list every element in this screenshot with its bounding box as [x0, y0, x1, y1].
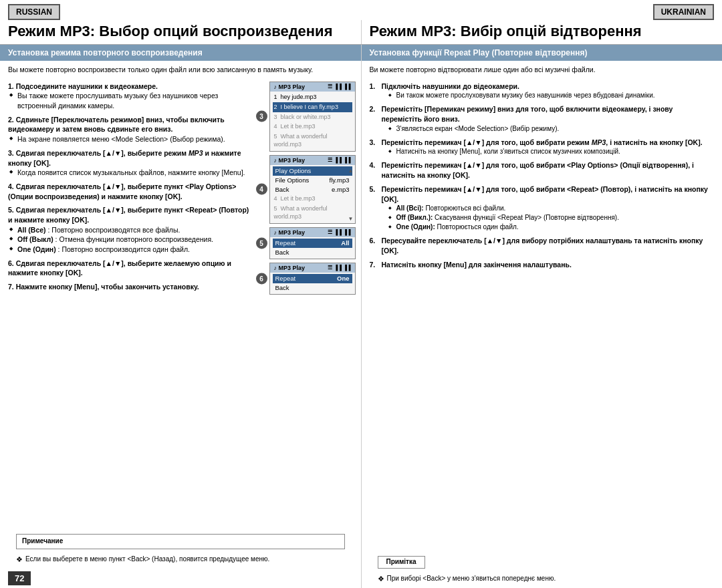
screen-3-body: 1 hey jude.mp3 2 I believe I can fly.mp3…	[270, 92, 355, 151]
step-right-3: 3. Перемістіть перемикач [▲/▼] для того,…	[370, 138, 715, 157]
step-right-4: 4. Перемістіть перемикач [▲/▼] для того,…	[370, 160, 715, 180]
scroll-down-icon: ▼	[348, 216, 354, 222]
right-steps-area: 1. Підключіть навушники до відеокамери. …	[362, 82, 723, 551]
footer-note-right: ❖ При виборі <Back> у меню з'явиться поп…	[370, 571, 715, 587]
section-header-left: Установка режима повторного воспроизведе…	[0, 45, 361, 61]
footer-text-right: При виборі <Back> у меню з'явиться попер…	[387, 574, 556, 584]
screens-area: 3 ♪ MP3 Play ☰ ▐▐ ▐▐ 1 hey jude.mp3 2 I …	[252, 82, 356, 529]
note-box-right: Примітка	[378, 556, 425, 569]
screen-5-repeat: Repeat All	[273, 239, 352, 248]
screen-4-row-5: 5 What a wonderful world.mp3	[273, 204, 352, 222]
screen-3: ♪ MP3 Play ☰ ▐▐ ▐▐ 1 hey jude.mp3 2 I be…	[269, 82, 356, 152]
screen-3-row-3: 3 black or white.mp3	[273, 112, 352, 122]
step-left-5: 5. Сдвигая переключатель [▲/▼], выберите…	[8, 205, 249, 254]
note-area-right: Примітка ❖ При виборі <Back> у меню з'яв…	[370, 553, 715, 587]
note-title-right: Примітка	[386, 558, 416, 565]
step-label-6: 6	[256, 273, 267, 284]
step-right-2: 2. Перемістіть [Перемикач режиму] вниз д…	[370, 104, 715, 133]
right-column: Ви можете повторно відтворювати лише оди…	[362, 61, 723, 588]
footer-note-left: ❖ Если вы выберете в меню пункт <Back> (…	[8, 552, 353, 567]
step-right-7: 7. Натисніть кнопку [Menu] для закінченн…	[370, 260, 715, 270]
screen-4-file-options: File Options fly.mp3	[273, 176, 352, 185]
screen-5-body: Repeat All Back	[270, 237, 355, 259]
main-content: Вы можете повторно воспроизвести только …	[0, 61, 722, 588]
page-num-area: 72	[0, 569, 361, 588]
screen-6: ♪ MP3 Play ☰ ▐▐ ▐▐ Repeat One Back	[269, 263, 356, 295]
step-left-2: 2. Сдвиньте [Переключатель режимов] вниз…	[8, 115, 249, 144]
screen-4-row-4: 4 Let it be.mp3	[273, 194, 352, 204]
screen-3-row-5: 5 What a wonderful world.mp3	[273, 132, 352, 149]
lang-badge-russian: RUSSIAN	[8, 4, 60, 20]
step-right-6: 6. Пересувайте переключатель [▲/▼] для в…	[370, 236, 715, 255]
page-number: 72	[8, 571, 31, 585]
note-title-left: Примечание	[22, 537, 63, 545]
screen-4-header: ♪ MP3 Play ☰ ▐▐ ▐▐	[270, 156, 355, 165]
footer-text-left: Если вы выберете в меню пункт <Back> (На…	[25, 555, 269, 565]
screen-3-header: ♪ MP3 Play ☰ ▐▐ ▐▐	[270, 82, 355, 92]
intro-right: Ви можете повторно відтворювати лише оди…	[370, 65, 715, 75]
title-left: Режим MP3: Выбор опций воспроизведения	[0, 20, 361, 44]
scroll-up-icon: ▲	[348, 168, 354, 174]
step-label-3: 3	[256, 111, 267, 122]
screen-6-header: ♪ MP3 Play ☰ ▐▐ ▐▐	[270, 263, 355, 273]
screen-wrapper-4: 4 ♪ MP3 Play ☰ ▐▐ ▐▐ Play Options File O…	[269, 155, 356, 224]
screen-4-body: Play Options File Options fly.mp3 Back e…	[270, 165, 355, 223]
screen-wrapper-6: 6 ♪ MP3 Play ☰ ▐▐ ▐▐ Repeat One	[269, 263, 356, 295]
screen-4-back: Back e.mp3	[273, 185, 352, 194]
steps-list-left: 1. Подсоедините наушники к видеокамере. …	[8, 82, 252, 529]
screen-5-back: Back	[273, 248, 352, 257]
screen-wrapper-3: 3 ♪ MP3 Play ☰ ▐▐ ▐▐ 1 hey jude.mp3 2 I …	[269, 82, 356, 152]
screen-4: ♪ MP3 Play ☰ ▐▐ ▐▐ Play Options File Opt…	[269, 155, 356, 224]
step-left-7: 7. Нажмите кнопку [Menu], чтобы закончит…	[8, 282, 249, 292]
screen-3-row-2: 2 I believe I can fly.mp3	[273, 102, 352, 112]
note-area-left: Примечание ❖ Если вы выберете в меню пун…	[8, 531, 353, 567]
screen-wrapper-5: 5 ♪ MP3 Play ☰ ▐▐ ▐▐ Repeat All	[269, 227, 356, 259]
step-left-1: 1. Подсоедините наушники к видеокамере. …	[8, 82, 249, 111]
screen-5: ♪ MP3 Play ☰ ▐▐ ▐▐ Repeat All Back	[269, 227, 356, 259]
step-right-1: 1. Підключіть навушники до відеокамери. …	[370, 82, 715, 101]
screen-6-back: Back	[273, 283, 352, 293]
step-label-5: 5	[256, 237, 267, 249]
step-left-6: 6. Сдвигая переключатель [▲/▼], выберите…	[8, 259, 249, 278]
step-label-4: 4	[256, 184, 267, 195]
screen-6-repeat: Repeat One	[273, 274, 352, 283]
step-left-4: 4. Сдвигая переключатель [▲/▼], выберите…	[8, 182, 249, 201]
left-column: Вы можете повторно воспроизвести только …	[0, 61, 362, 588]
section-header-right: Установка функції Repeat Play (Повторне …	[362, 45, 723, 61]
lang-badge-ukrainian: UKRAINIAN	[653, 4, 714, 20]
title-right: Режим MP3: Вибір опцій відтворення	[361, 20, 723, 44]
screen-4-play-options: Play Options	[273, 166, 352, 176]
screen-5-header: ♪ MP3 Play ☰ ▐▐ ▐▐	[270, 228, 355, 237]
section-headers: Установка режима повторного воспроизведе…	[0, 45, 722, 61]
screen-3-row-1: 1 hey jude.mp3	[273, 93, 352, 103]
lang-header: RUSSIAN UKRAINIAN	[0, 0, 722, 20]
step-right-5: 5. Перемістіть перемикач [▲/▼] для того,…	[370, 184, 715, 232]
screen-3-row-4: 4 Let it be.mp3	[273, 122, 352, 132]
screen-6-body: Repeat One Back	[270, 273, 355, 294]
intro-left: Вы можете повторно воспроизвести только …	[8, 65, 353, 75]
titles-row: Режим MP3: Выбор опций воспроизведения Р…	[0, 20, 722, 45]
step-left-3: 3. Сдвигая переключатель [▲/▼], выберите…	[8, 148, 249, 178]
note-box-left: Примечание	[16, 534, 345, 549]
page: RUSSIAN UKRAINIAN Режим MP3: Выбор опций…	[0, 0, 722, 588]
